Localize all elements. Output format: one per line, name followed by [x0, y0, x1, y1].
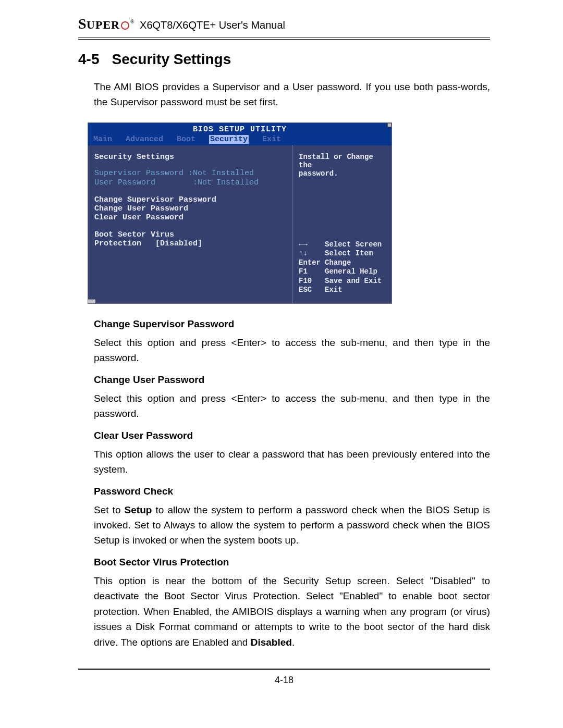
user-password-label: User Password: [94, 178, 155, 187]
key-f1: F1: [299, 267, 325, 277]
key-esc: ESC: [299, 286, 325, 295]
arrows-lr-icon: ←→: [299, 240, 325, 250]
key-enter: Enter: [299, 258, 325, 268]
help-keys: ←→Select Screen ↑↓Select Item EnterChang…: [299, 240, 386, 295]
tab-exit[interactable]: Exit: [262, 135, 281, 144]
section-heading: 4-5Security Settings: [78, 51, 490, 68]
user-password-row: User Password :Not Installed: [94, 178, 287, 187]
tab-main[interactable]: Main: [93, 135, 112, 144]
para-password-check: Set to Setup to allow the system to perf…: [94, 502, 490, 548]
key-esc-label: Exit: [325, 286, 342, 294]
scrollbar-bottom-icon: [88, 299, 95, 303]
tab-security[interactable]: Security: [209, 135, 249, 144]
supervisor-password-row: Supervisor Password :Not Installed: [94, 169, 287, 178]
key-f10-label: Save and Exit: [325, 277, 382, 285]
scrollbar-up-icon: [387, 123, 391, 127]
key-select-screen: Select Screen: [325, 240, 382, 249]
supervisor-password-label: Supervisor Password: [94, 169, 183, 178]
tab-advanced[interactable]: Advanced: [126, 135, 163, 144]
key-f10: F10: [299, 277, 325, 286]
boot-sector-value: [Disabled]: [155, 239, 202, 248]
section-number: 4-5: [78, 51, 99, 67]
bios-tabs: Main Advanced Boot Security Exit: [88, 135, 391, 145]
menu-change-user[interactable]: Change User Password: [94, 204, 287, 213]
boot-sector-row[interactable]: Boot Sector Virus Protection [Disabled]: [94, 230, 287, 248]
bios-screenshot: BIOS SETUP UTILITY Main Advanced Boot Se…: [88, 122, 392, 304]
user-password-value: :Not Installed: [193, 178, 259, 187]
bios-left-panel: Security Settings Supervisor Password :N…: [88, 145, 292, 303]
page-header: SUPER® X6QT8/X6QTE+ User's Manual: [78, 16, 490, 40]
footer-rule: [78, 669, 490, 670]
subhead-clear-user: Clear User Password: [94, 430, 490, 441]
section-title: Security Settings: [112, 51, 231, 67]
circle-icon: [121, 21, 129, 30]
brand-initial: S: [78, 16, 87, 32]
tab-boot[interactable]: Boot: [177, 135, 195, 144]
help-text: Install or Change the password.: [299, 153, 386, 178]
para-change-supervisor: Select this option and press <Enter> to …: [94, 335, 490, 366]
key-enter-label: Change: [325, 258, 351, 267]
para-change-user: Select this option and press <Enter> to …: [94, 391, 490, 422]
key-f1-label: General Help: [325, 267, 377, 276]
bios-right-panel: Install or Change the password. ←→Select…: [292, 145, 391, 303]
bios-panel-title: Security Settings: [94, 153, 287, 162]
menu-change-supervisor[interactable]: Change Supervisor Password: [94, 195, 287, 204]
para-clear-user: This option allows the user to clear a p…: [94, 447, 490, 477]
registered-mark: ®: [130, 19, 134, 24]
subhead-password-check: Password Check: [94, 486, 490, 497]
subhead-change-user: Change User Password: [94, 374, 490, 386]
brand-logo: SUPER®: [78, 16, 134, 32]
key-select-item: Select Item: [325, 249, 373, 257]
arrows-ud-icon: ↑↓: [299, 249, 325, 258]
brand-rest: UPER: [87, 18, 120, 31]
manual-title: X6QT8/X6QTE+ User's Manual: [140, 19, 285, 31]
subhead-boot-sector: Boot Sector Virus Protection: [94, 557, 490, 568]
supervisor-password-value: :Not Installed: [188, 169, 254, 178]
section-intro: The AMI BIOS provides a Supervisor and a…: [94, 79, 490, 110]
bios-title: BIOS SETUP UTILITY: [88, 125, 391, 134]
subhead-change-supervisor: Change Supervisor Password: [94, 318, 490, 330]
para-boot-sector: This option is near the bottom of the Se…: [94, 573, 490, 650]
menu-clear-user[interactable]: Clear User Password: [94, 213, 287, 222]
page-number: 4-18: [78, 675, 490, 686]
